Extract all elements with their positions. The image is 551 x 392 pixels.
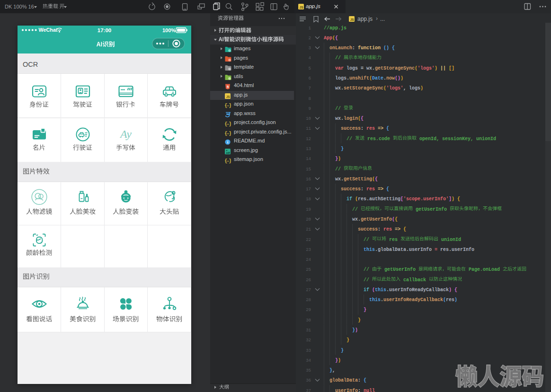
svg-text:}: } — [347, 338, 349, 343]
svg-text:[]: [] — [449, 66, 454, 71]
svg-text:App: App — [324, 36, 332, 41]
svg-text:}: } — [229, 103, 231, 108]
svg-text:23: 23 — [306, 248, 311, 252]
svg-text:getUserInfo: getUserInfo — [361, 217, 392, 222]
svg-text:globalData: globalData — [329, 378, 358, 383]
svg-text:onLaunch: onLaunch — [329, 45, 352, 51]
svg-text:{: { — [395, 217, 398, 222]
svg-text:getUserInfo: getUserInfo — [413, 207, 450, 212]
svg-text:,: , — [403, 86, 406, 91]
svg-text:Page.onLoad: Page.onLoad — [466, 267, 503, 272]
svg-text://app.js: //app.js — [324, 26, 347, 31]
svg-text:this: this — [375, 287, 386, 293]
svg-text:logs: logs — [335, 76, 347, 81]
svg-text:res: res — [358, 196, 366, 202]
svg-text:5: 5 — [227, 85, 229, 89]
svg-text:26: 26 — [306, 278, 311, 283]
svg-text:1: 1 — [309, 26, 311, 31]
svg-text:9: 9 — [309, 107, 311, 111]
svg-text:): ) — [454, 297, 457, 303]
svg-text::: : — [358, 388, 361, 392]
svg-text:login: login — [344, 116, 358, 121]
svg-text:wx: wx — [335, 86, 341, 91]
svg-text:19: 19 — [306, 207, 311, 212]
svg-text:): ) — [452, 196, 454, 202]
svg-text:{: { — [225, 103, 228, 108]
svg-text:wx: wx — [366, 66, 372, 71]
svg-text:{: { — [225, 121, 228, 127]
svg-text:12: 12 — [306, 137, 311, 142]
svg-text:getUserInfo: getUserInfo — [382, 267, 418, 272]
svg-text:21: 21 — [306, 227, 311, 232]
svg-text:{: { — [375, 177, 378, 182]
svg-text::: : — [378, 227, 381, 232]
svg-text:{: { — [225, 158, 228, 163]
svg-text:null: null — [364, 388, 375, 392]
svg-text://: // — [364, 267, 372, 272]
svg-text:8: 8 — [309, 97, 311, 101]
svg-text:): ) — [338, 156, 341, 161]
svg-text:4: 4 — [309, 56, 311, 61]
svg-text:{: { — [386, 187, 389, 192]
svg-text://: // — [335, 167, 344, 172]
svg-text:2: 2 — [309, 36, 311, 41]
svg-text:if: if — [364, 287, 369, 293]
svg-text:now: now — [386, 76, 395, 81]
svg-text:{: { — [386, 126, 389, 131]
svg-text::: : — [361, 187, 364, 192]
svg-text:userInfo: userInfo — [452, 247, 474, 252]
svg-text:'logs': 'logs' — [386, 86, 403, 91]
svg-text:31: 31 — [306, 328, 311, 333]
svg-text:18: 18 — [306, 197, 311, 202]
svg-text:var: var — [335, 66, 344, 71]
svg-text:callback: callback — [400, 277, 429, 283]
svg-text:): ) — [400, 76, 403, 81]
svg-text:'logs': 'logs' — [418, 66, 435, 71]
svg-text://: // — [352, 207, 361, 212]
svg-text:userInfoReadyCallback: userInfoReadyCallback — [389, 287, 449, 293]
svg-text:res: res — [386, 237, 400, 242]
svg-text:if: if — [347, 196, 352, 202]
svg-text:{: { — [457, 196, 460, 202]
svg-text:'scope.userInfo': 'scope.userInfo' — [403, 196, 449, 202]
svg-text://: // — [364, 277, 372, 283]
svg-text::: : — [361, 126, 364, 131]
svg-text:{: { — [335, 36, 338, 41]
svg-text:5: 5 — [309, 66, 311, 71]
svg-text:res: res — [446, 297, 454, 303]
svg-text:29: 29 — [306, 308, 311, 312]
svg-text:(): () — [395, 76, 400, 81]
svg-text:(): () — [383, 45, 389, 51]
svg-text:{: { — [364, 378, 366, 383]
svg-text:): ) — [449, 287, 452, 293]
svg-text:16: 16 — [306, 177, 311, 182]
svg-text:25: 25 — [306, 267, 311, 272]
svg-text:setStorageSync: setStorageSync — [344, 86, 383, 91]
svg-text:}: } — [358, 318, 361, 323]
svg-text:{: { — [392, 45, 395, 51]
svg-text:34: 34 — [306, 358, 311, 363]
svg-text:{: { — [403, 227, 406, 232]
svg-text:17:00: 17:00 — [98, 27, 111, 33]
svg-text:userInfo: userInfo — [409, 247, 432, 252]
svg-text://: // — [347, 136, 355, 142]
svg-text://: // — [335, 106, 344, 111]
svg-text:{: { — [454, 287, 457, 293]
svg-text:=: = — [435, 247, 437, 252]
svg-text:res: res — [383, 227, 392, 232]
svg-text:7: 7 — [309, 86, 311, 91]
svg-text:30: 30 — [306, 318, 311, 323]
svg-text:}: } — [364, 307, 366, 312]
svg-text:res: res — [366, 126, 375, 131]
svg-text:35: 35 — [306, 368, 311, 373]
svg-text:wx: wx — [335, 116, 341, 121]
svg-text::: : — [352, 45, 355, 51]
svg-text:JS: JS — [300, 6, 304, 9]
svg-text:}: } — [229, 158, 231, 163]
svg-text:userInfoReadyCallback: userInfoReadyCallback — [383, 297, 443, 303]
svg-text:33: 33 — [306, 348, 311, 353]
svg-text:Ay: Ay — [119, 128, 132, 140]
svg-text:}: } — [229, 130, 231, 136]
svg-text:userInfo: userInfo — [335, 388, 358, 392]
svg-text://: // — [335, 55, 344, 61]
